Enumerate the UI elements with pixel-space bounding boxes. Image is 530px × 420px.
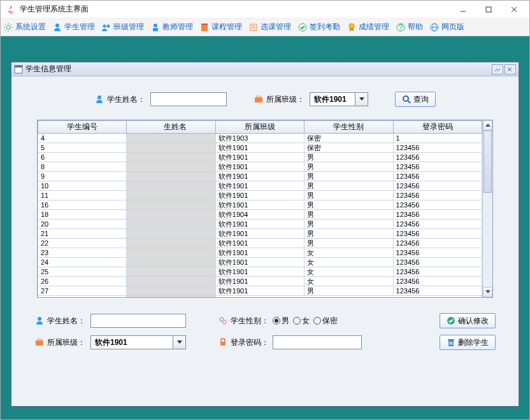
- edit-name-label: 学生姓名：: [34, 316, 85, 326]
- scroll-down-button[interactable]: [483, 287, 492, 297]
- edit-class-label: 所属班级：: [34, 337, 85, 348]
- table-cell: ██: [127, 248, 215, 258]
- close-button[interactable]: [501, 2, 527, 17]
- svg-point-16: [349, 24, 354, 29]
- frame-close-button[interactable]: [505, 64, 516, 74]
- table-row[interactable]: 28██软件1901男123456: [38, 296, 482, 298]
- col-header[interactable]: 学生编号: [38, 121, 127, 134]
- maximize-button[interactable]: [476, 2, 501, 17]
- table-cell: 软件1901: [215, 267, 304, 277]
- table-row[interactable]: 4██软件1903保密1: [38, 134, 482, 143]
- table-row[interactable]: 16██软件1901男123456: [38, 200, 482, 210]
- table-cell: 软件1901: [215, 277, 304, 286]
- col-header[interactable]: 学生性别: [304, 121, 393, 134]
- toolbar-enroll-mgmt[interactable]: 选课管理: [248, 22, 291, 32]
- delete-student-button[interactable]: 删除学生: [440, 335, 496, 350]
- table-cell: 123456: [393, 258, 482, 267]
- table-row[interactable]: 22██软件1901男123456: [38, 239, 482, 248]
- radio-female[interactable]: 女: [293, 316, 310, 326]
- edit-name-input[interactable]: [90, 314, 186, 328]
- lock-icon: [218, 337, 228, 347]
- toolbar-student-mgmt[interactable]: 学生管理: [52, 22, 95, 32]
- confirm-edit-button[interactable]: 确认修改: [440, 313, 496, 328]
- table-cell: 26: [38, 277, 127, 286]
- table-row[interactable]: 24██软件1901女123456: [38, 258, 482, 267]
- table-row[interactable]: 20██软件1901男123456: [38, 220, 482, 229]
- toolbar-course-mgmt[interactable]: 课程管理: [199, 22, 242, 32]
- toolbar-help[interactable]: ?帮助: [396, 22, 423, 32]
- table-cell: 软件1901: [215, 239, 304, 248]
- table-cell: 男: [304, 191, 393, 200]
- globe-icon: [429, 22, 440, 32]
- table-cell: 女: [304, 277, 393, 286]
- minimize-button[interactable]: [450, 2, 476, 17]
- svg-point-29: [403, 96, 408, 101]
- svg-rect-23: [15, 66, 22, 67]
- filter-name-input[interactable]: [150, 92, 227, 106]
- svg-rect-36: [38, 339, 41, 341]
- toolbar-teacher-mgmt[interactable]: 教师管理: [150, 22, 193, 32]
- briefcase-icon: [34, 337, 45, 347]
- toolbar-attendance[interactable]: 签到考勤: [297, 22, 340, 32]
- table-row[interactable]: 6██软件1901男123456: [38, 153, 482, 162]
- filter-class-label: 所属班级：: [254, 94, 304, 105]
- scroll-up-button[interactable]: [483, 120, 492, 130]
- table-cell: 男: [304, 162, 393, 172]
- table-cell: 21: [38, 229, 127, 239]
- table-cell: 软件1901: [215, 286, 304, 296]
- edit-row-1: 学生姓名： 学生性别： 男 女 保密: [34, 313, 496, 328]
- table-cell: 18: [38, 210, 127, 220]
- table-cell: 20: [38, 220, 127, 229]
- table-row[interactable]: 10██软件1901男123456: [38, 181, 482, 191]
- edit-row-2: 所属班级： 软件1901 登录密码：: [34, 335, 496, 350]
- mdi-workspace: 学生信息管理 学生姓名： 所属班级：: [1, 36, 529, 419]
- chevron-down-icon[interactable]: [355, 93, 368, 106]
- table-cell: ██: [127, 200, 215, 210]
- table-cell: ██: [127, 267, 215, 277]
- table-cell: ██: [127, 210, 215, 220]
- student-table[interactable]: 学生编号学生姓名所属班级学生性别登录密码 4██软件1903保密15██软件19…: [38, 120, 482, 297]
- table-row[interactable]: 8██软件1901男123456: [38, 162, 482, 172]
- frame-maximize-button[interactable]: [492, 64, 503, 74]
- filter-class-combo[interactable]: 软件1901: [310, 92, 368, 106]
- table-cell: 保密: [304, 134, 393, 143]
- group-icon: [101, 22, 111, 32]
- radio-secret[interactable]: 保密: [313, 316, 338, 326]
- edit-pwd-input[interactable]: [273, 335, 362, 349]
- toolbar-web[interactable]: 网页版: [429, 22, 464, 32]
- table-cell: 123456: [393, 267, 482, 277]
- table-cell: 123456: [393, 239, 482, 248]
- toolbar-system-settings[interactable]: 系统设置: [3, 22, 46, 32]
- table-row[interactable]: 9██软件1901男123456: [38, 172, 482, 181]
- book-icon: [199, 22, 210, 32]
- student-icon: [94, 94, 104, 104]
- col-header[interactable]: 所属班级: [215, 121, 304, 134]
- vertical-scrollbar[interactable]: [482, 120, 492, 297]
- scrollbar-thumb[interactable]: [483, 130, 492, 193]
- svg-rect-11: [201, 24, 208, 25]
- scrollbar-track[interactable]: [483, 130, 492, 287]
- table-row[interactable]: 18██软件1904男123456: [38, 210, 482, 220]
- chevron-down-icon[interactable]: [173, 336, 185, 349]
- table-cell: ██: [127, 258, 215, 267]
- edit-class-combo[interactable]: 软件1901: [90, 335, 186, 349]
- table-row[interactable]: 5██软件1901保密123456: [38, 143, 482, 153]
- search-button[interactable]: 查询: [395, 92, 436, 107]
- toolbar-grade-mgmt[interactable]: 成绩管理: [347, 22, 389, 32]
- table-row[interactable]: 26██软件1901女123456: [38, 277, 482, 286]
- col-header[interactable]: 登录密码: [393, 121, 482, 134]
- table-cell: 22: [38, 239, 127, 248]
- table-cell: 123456: [393, 220, 482, 229]
- col-header[interactable]: 学生姓名: [127, 121, 215, 134]
- list-icon: [248, 22, 259, 32]
- table-row[interactable]: 23██软件1901女123456: [38, 248, 482, 258]
- table-row[interactable]: 27██软件1901男123456: [38, 286, 482, 296]
- table-row[interactable]: 11██软件1901男123456: [38, 191, 482, 200]
- table-row[interactable]: 21██软件1901男123456: [38, 229, 482, 239]
- table-row[interactable]: 25██软件1901女123456: [38, 267, 482, 277]
- toolbar-class-mgmt[interactable]: 班级管理: [101, 22, 144, 32]
- svg-point-7: [107, 24, 110, 27]
- svg-rect-1: [486, 7, 491, 12]
- radio-male[interactable]: 男: [273, 316, 289, 326]
- table-cell: 27: [38, 286, 127, 296]
